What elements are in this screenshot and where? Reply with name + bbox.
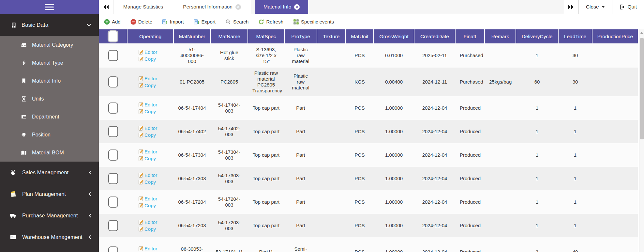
copy-link[interactable]: Copy xyxy=(138,132,169,138)
tab-material-info[interactable]: Material Info✕ xyxy=(255,0,308,14)
warehouse-card-icon xyxy=(10,234,17,241)
link-label: Editor xyxy=(144,172,157,179)
column-header-matname: MatName xyxy=(211,29,248,43)
tab-personnel-information[interactable]: Personnel Information✕ xyxy=(173,0,251,14)
sidebar-item-material-bom[interactable]: Material BOM xyxy=(0,144,99,162)
hamburger-icon[interactable] xyxy=(45,4,54,10)
scrollbar-thumb[interactable] xyxy=(640,38,644,139)
edit-note-icon xyxy=(138,196,144,201)
copy-link[interactable]: Copy xyxy=(138,108,169,115)
edit-note-icon xyxy=(138,125,144,131)
editor-link[interactable]: Editor xyxy=(138,125,169,132)
truck-icon xyxy=(10,212,17,219)
table-header-row: OperatingMatNumberMatNameMatSpecProTypeT… xyxy=(99,29,638,43)
link-label: Editor xyxy=(144,195,157,202)
tab-manage-statistics[interactable]: Manage Statistics xyxy=(113,0,173,14)
cell-matunit: PCS xyxy=(346,143,374,167)
sidebar-item-units[interactable]: Units xyxy=(0,90,99,108)
copy-link[interactable]: Copy xyxy=(138,55,169,62)
sidebar-item-label: Plan Management xyxy=(22,191,66,197)
tabs-scroll-forward-button[interactable] xyxy=(564,0,578,14)
row-checkbox[interactable] xyxy=(108,246,118,252)
cell-operating: EditorCopy xyxy=(127,214,173,237)
logout-icon xyxy=(620,4,625,10)
sidebar-item-department[interactable]: Department xyxy=(0,108,99,126)
cell-deliverycycle: 1 xyxy=(516,120,558,143)
export-button[interactable]: Export xyxy=(194,19,216,25)
cell-matspec: Top cap part xyxy=(248,96,284,120)
editor-link[interactable]: Editor xyxy=(138,219,169,226)
editor-link[interactable]: Editor xyxy=(138,195,169,202)
row-checkbox[interactable] xyxy=(108,150,118,161)
row-checkbox[interactable] xyxy=(108,173,118,184)
cell-matunit: PCS xyxy=(346,167,374,190)
cell-matunit: PCS xyxy=(346,120,374,143)
copy-link[interactable]: Copy xyxy=(138,226,169,232)
select-all-checkbox[interactable] xyxy=(108,30,118,42)
row-checkbox[interactable] xyxy=(108,102,118,114)
import-button[interactable]: Import xyxy=(162,19,184,25)
cell-productionprice xyxy=(592,96,638,120)
tab-close-icon[interactable]: ✕ xyxy=(294,4,300,10)
copy-link[interactable]: Copy xyxy=(138,155,169,162)
editor-link[interactable]: Editor xyxy=(138,101,169,108)
cell-createddate: 2024-12-04 xyxy=(414,120,455,143)
sidebar-item-material-info[interactable]: Material Info xyxy=(0,72,99,90)
link-label: Editor xyxy=(144,219,157,226)
edit-note-icon xyxy=(138,219,144,225)
tabs-scroll-back-button[interactable] xyxy=(99,0,113,14)
editor-link[interactable]: Editor xyxy=(138,245,169,252)
chevron-left-icon xyxy=(89,170,93,175)
specific-events-button[interactable]: Specific events xyxy=(293,19,334,25)
scrollbar-up-arrow-icon[interactable] xyxy=(640,32,643,34)
sidebar-item-material-type[interactable]: Material Type xyxy=(0,54,99,72)
copy-link[interactable]: Copy xyxy=(138,179,169,185)
cell-grossweight: 1.00000 xyxy=(374,190,414,214)
vertical-scrollbar[interactable] xyxy=(639,29,644,252)
copy-link[interactable]: Copy xyxy=(138,202,169,209)
row-checkbox[interactable] xyxy=(108,76,118,87)
sidebar-item-sales-management[interactable]: Sales Management xyxy=(0,162,99,183)
cell-grossweight: 0.00400 xyxy=(374,68,414,96)
cell-matname: 54-17404-003 xyxy=(211,96,248,120)
row-checkbox[interactable] xyxy=(108,50,118,61)
add-button[interactable]: Add xyxy=(104,19,121,25)
table-row: EditorCopy06-30053-171011153-17101-11Par… xyxy=(99,237,638,252)
sidebar-item-warehouse-management[interactable]: Warehouse Management xyxy=(0,226,99,248)
editor-link[interactable]: Editor xyxy=(138,49,169,55)
cell-grossweight: 1.00000 xyxy=(374,167,414,190)
copy-link[interactable]: Copy xyxy=(138,82,169,89)
cell-matspec: Top cap part xyxy=(248,167,284,190)
tab-bar: Manage StatisticsPersonnel Information✕M… xyxy=(99,0,644,14)
cell-matspec: Part11 xyxy=(248,237,284,252)
editor-link[interactable]: Editor xyxy=(138,75,169,82)
delete-button[interactable]: Delete xyxy=(130,19,152,25)
cell-remark xyxy=(485,96,516,120)
refresh-button[interactable]: Refresh xyxy=(258,19,283,25)
cell-leadtime: 30 xyxy=(558,43,592,68)
cell-createddate: 2025-02-11 xyxy=(414,43,455,68)
search-button[interactable]: Search xyxy=(225,19,249,25)
link-label: Copy xyxy=(144,55,156,62)
cell-productionprice xyxy=(592,68,638,96)
tab-close-icon[interactable]: ✕ xyxy=(235,4,241,10)
cell-leadtime: 1 xyxy=(558,96,592,120)
cell-leadtime: 49 xyxy=(558,237,592,252)
cell-matunit: PCS xyxy=(346,96,374,120)
sidebar-item-basic-data[interactable]: Basic Data xyxy=(0,14,99,36)
sidebar-item-position[interactable]: Position xyxy=(0,126,99,144)
column-header-matunit: MatUnit xyxy=(346,29,374,43)
row-checkbox[interactable] xyxy=(108,220,118,231)
quit-button[interactable]: Quit xyxy=(612,0,644,14)
editor-link[interactable]: Editor xyxy=(138,148,169,155)
row-checkbox[interactable] xyxy=(108,197,118,208)
sidebar-item-plan-management[interactable]: Plan Management xyxy=(0,183,99,205)
sidebar-item-purchase-management[interactable]: Purchase Management xyxy=(0,205,99,226)
editor-link[interactable]: Editor xyxy=(138,172,169,179)
close-dropdown-button[interactable]: Close xyxy=(578,0,612,14)
cell-createddate: 2024-12-04 xyxy=(414,96,455,120)
sidebar-item-material-category[interactable]: Material Category xyxy=(0,36,99,54)
column-header-productionprice: ProductionPrice xyxy=(592,29,638,43)
link-label: Copy xyxy=(144,226,156,232)
row-checkbox[interactable] xyxy=(108,126,118,137)
